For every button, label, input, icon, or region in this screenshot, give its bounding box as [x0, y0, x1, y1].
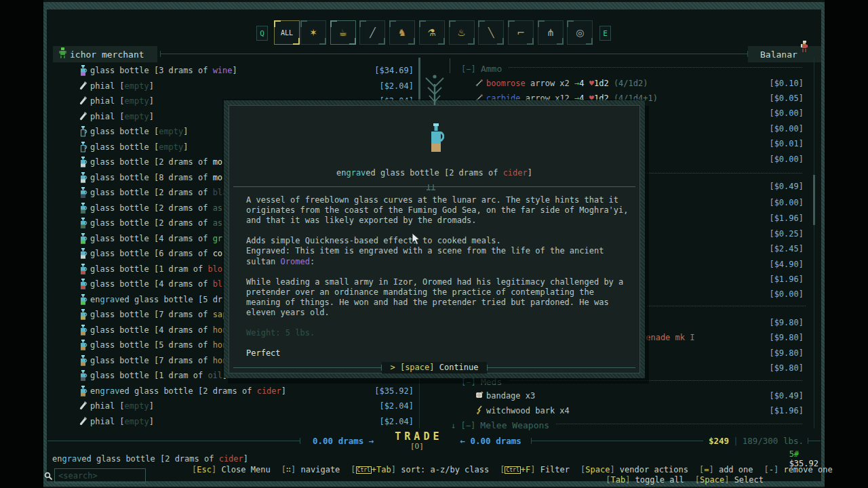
- text-segment: Continue: [435, 363, 479, 372]
- header-rule-tick-left: [160, 51, 161, 57]
- text-segment: glass bottle [2 drams of: [130, 386, 257, 396]
- item-sprite-bottle: [428, 123, 444, 156]
- trade-bar: 0.00 drams → TRADE [O] ← 0.00 drams $249…: [47, 430, 821, 451]
- text-segment: glass bottle [1 dram of: [90, 264, 208, 274]
- category-all-label: ALL: [281, 29, 293, 37]
- popup-divider-ornament: [425, 181, 438, 194]
- hint-toggle-all[interactable]: [Tab] toggle all: [606, 475, 684, 485]
- text-segment: renade mk I: [641, 333, 694, 342]
- hint-sort-a-z-by-class[interactable]: [Ctrl+Tab] sort: a-z/by class: [351, 465, 489, 474]
- category-all-button[interactable]: ALL: [274, 20, 300, 45]
- search-input[interactable]: <search>: [54, 468, 146, 483]
- merchant-item-row[interactable]: phial [empty][$2.04]: [54, 415, 414, 427]
- text-segment: ]: [243, 454, 248, 464]
- merchant-item-row[interactable]: glass bottle [3 drams of wine][$34.69]: [54, 64, 414, 76]
- item-price: [$2.45]: [769, 244, 804, 253]
- next-category-key[interactable]: E: [599, 26, 611, 41]
- search-icon: [44, 471, 54, 484]
- continue-button[interactable]: > [space] Continue: [382, 362, 486, 373]
- player-item-row[interactable]: witchwood bark x4[$1.96]: [450, 405, 804, 416]
- hint-navigate[interactable]: [∷] navigate: [281, 465, 340, 474]
- section-header-ammo[interactable]: [−] Ammo: [450, 63, 804, 75]
- merchant-item-row[interactable]: phial [empty][$2.04]: [54, 400, 414, 411]
- category-button-rifle[interactable]: ╲: [478, 20, 504, 45]
- collapse-toggle[interactable]: [−]: [461, 64, 481, 74]
- text-segment: ♥: [589, 79, 594, 88]
- item-price: [$0.00]: [769, 198, 804, 207]
- hint-vendor-actions[interactable]: [Space] vendor actions: [580, 465, 688, 474]
- category-button-jug[interactable]: ☕: [330, 20, 356, 45]
- text-segment: glass bottle [4 drams of: [90, 279, 213, 289]
- dotted-leader: [556, 424, 802, 424]
- category-button-pistol[interactable]: ⌐: [508, 20, 534, 45]
- item-price: [$1.96]: [769, 214, 804, 223]
- popup-description: A vessel of freeblown glass curves at th…: [246, 195, 634, 359]
- item-price: [$9.80]: [769, 318, 804, 327]
- hint-label: Select: [734, 475, 764, 485]
- bracket: [: [500, 465, 505, 474]
- bottle-icon: [79, 172, 89, 183]
- merchant-item-row[interactable]: phial [empty][$2.04]: [54, 80, 414, 92]
- player-sprite: [800, 41, 809, 56]
- bracket: [: [281, 465, 286, 474]
- section-label: Ammo: [481, 64, 502, 74]
- text-segment: pretender over an ordinance mandating th…: [246, 287, 594, 297]
- text-segment: mo: [213, 157, 222, 167]
- collapse-toggle[interactable]: [−]: [461, 378, 481, 387]
- bracket: ]: [530, 465, 540, 474]
- popup-text-line: [246, 318, 634, 328]
- bottle-icon: [79, 264, 89, 274]
- text-segment: A vessel of freeblown glass curves at th…: [246, 195, 618, 205]
- player-item-row[interactable]: boomrose arrow x2 →4 ♥1d2 (4/1d2)[$0.10]: [450, 77, 804, 89]
- merchant-item-row[interactable]: engraved glass bottle [2 drams of cider]…: [54, 385, 414, 396]
- key-label: Esc: [197, 465, 212, 474]
- collapse-toggle[interactable]: [−]: [460, 421, 480, 430]
- selected-item-name: engraved glass bottle [2 drams of cider]: [52, 454, 248, 464]
- popup-text-line: originates from the coast of the Fuming …: [246, 205, 634, 216]
- hint-row-primary: [Esc] Close Menu[∷] navigate[Ctrl+Tab] s…: [192, 465, 833, 474]
- category-button-coin[interactable]: ✶: [300, 20, 326, 45]
- bracket: ]: [709, 465, 718, 474]
- prev-category-key[interactable]: Q: [256, 26, 268, 41]
- text-segment: glass bottle [2 drams of: [90, 203, 213, 213]
- category-button-dromad[interactable]: ♞: [389, 20, 415, 45]
- dpad-icon: ∷: [286, 465, 291, 474]
- key-label: +Tab: [372, 465, 391, 474]
- trade-button[interactable]: TRADE [O]: [391, 430, 442, 451]
- player-item-row[interactable]: renade mk I[$9.80]: [641, 331, 804, 343]
- text-segment: ed: [119, 386, 129, 396]
- text-segment: as: [213, 203, 222, 213]
- hint-remove-one[interactable]: [-] remove one: [764, 465, 832, 474]
- hint-filter[interactable]: [Ctrl+F] Filter: [500, 465, 570, 474]
- popup-text-line: [246, 338, 634, 348]
- right-scrollbar-thumb[interactable]: [813, 175, 815, 225]
- text-segment: empty: [125, 417, 149, 426]
- category-button-flask[interactable]: ⚗: [419, 20, 445, 45]
- item-price: [$2.04]: [379, 81, 414, 91]
- popup-text-line: Weight: 5 lbs.: [246, 328, 634, 338]
- hint-add-one[interactable]: [=] add one: [699, 465, 753, 474]
- player-item-row[interactable]: bandage x3[$0.49]: [450, 390, 804, 401]
- text-segment: grav: [100, 386, 119, 396]
- text-segment: glass bottle [2 drams of: [376, 168, 503, 178]
- category-button-darts[interactable]: ⋔: [538, 20, 564, 45]
- popup-text-line: Adds simple Quickness-based effects to c…: [246, 236, 634, 246]
- right-scrollbar-track[interactable]: [814, 58, 814, 428]
- category-button-ring[interactable]: ◎: [567, 20, 593, 45]
- player-title: Balanar: [760, 49, 797, 60]
- hint-close-menu[interactable]: [Esc] Close Menu: [192, 465, 271, 474]
- text-segment: ed: [81, 454, 91, 464]
- hint-select[interactable]: [Space] Select: [695, 475, 764, 485]
- text-segment: wine: [213, 66, 233, 75]
- sword-icon: ╱: [370, 27, 375, 38]
- text-segment: glass bottle [7 drams of: [90, 356, 213, 365]
- text-segment: ]: [149, 401, 154, 411]
- category-button-tonic[interactable]: ♨: [449, 20, 475, 45]
- text-segment: glass bottle [3 drams of: [90, 66, 213, 75]
- bottle-icon: [79, 248, 89, 259]
- coin-icon: ✶: [309, 27, 317, 38]
- trade-label: TRADE: [391, 430, 442, 443]
- category-button-sword[interactable]: ╱: [359, 20, 385, 45]
- text-segment: co: [213, 249, 222, 258]
- text-segment: empty: [125, 81, 149, 91]
